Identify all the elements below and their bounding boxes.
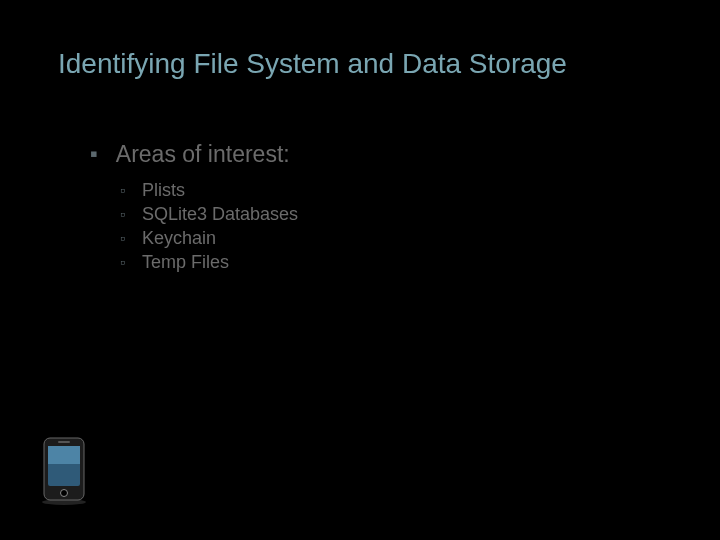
svg-rect-3 xyxy=(48,446,80,464)
interest-list: ▫ Plists ▫ SQLite3 Databases ▫ Keychain … xyxy=(120,178,298,274)
list-item-text: Temp Files xyxy=(142,250,229,274)
list-item: ▫ Keychain xyxy=(120,226,298,250)
list-item: ▫ Temp Files xyxy=(120,250,298,274)
sub-bullet-icon: ▫ xyxy=(120,250,132,274)
list-item: ▫ SQLite3 Databases xyxy=(120,202,298,226)
area-heading-text: Areas of interest: xyxy=(116,140,290,168)
square-bullet-icon: ▪ xyxy=(90,140,98,168)
list-item-text: Keychain xyxy=(142,226,216,250)
smartphone-icon xyxy=(38,436,90,510)
bullet-area-heading: ▪ Areas of interest: xyxy=(90,140,298,168)
list-item: ▫ Plists xyxy=(120,178,298,202)
list-item-text: SQLite3 Databases xyxy=(142,202,298,226)
svg-point-4 xyxy=(61,490,68,497)
list-item-text: Plists xyxy=(142,178,185,202)
sub-bullet-icon: ▫ xyxy=(120,178,132,202)
sub-bullet-icon: ▫ xyxy=(120,226,132,250)
sub-bullet-icon: ▫ xyxy=(120,202,132,226)
slide-title: Identifying File System and Data Storage xyxy=(58,48,567,80)
svg-rect-5 xyxy=(58,441,70,443)
slide: Identifying File System and Data Storage… xyxy=(0,0,720,540)
content-block: ▪ Areas of interest: ▫ Plists ▫ SQLite3 … xyxy=(90,140,298,274)
